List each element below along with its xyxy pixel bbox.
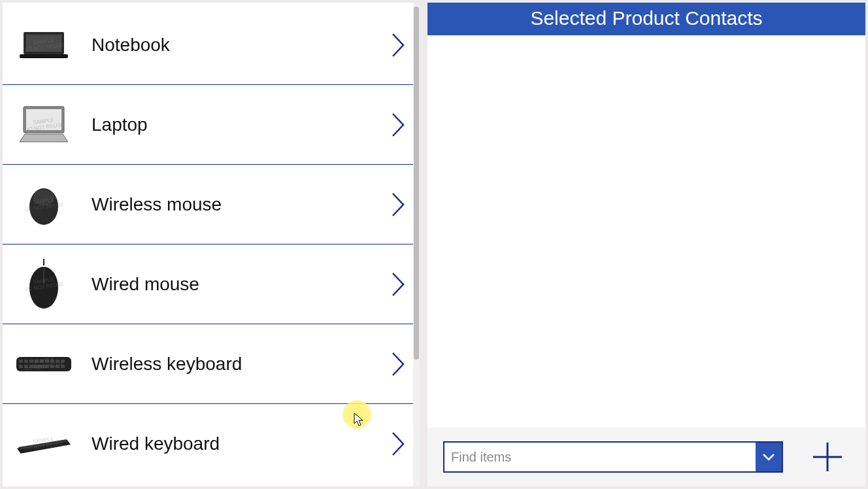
contacts-panel-title: Selected Product Contacts [427,3,865,35]
svg-rect-19 [61,360,65,363]
find-items-combo[interactable] [443,441,783,473]
svg-rect-20 [19,365,23,368]
svg-rect-12 [24,360,28,363]
product-title: Laptop [73,114,387,135]
chevron-right-icon [387,109,409,141]
product-item-wireless-mouse[interactable]: SAMPLEDO NOT REUSE Wireless mouse [3,165,420,244]
svg-marker-5 [20,134,68,142]
svg-rect-15 [40,360,44,363]
chevron-right-icon [387,428,409,460]
chevron-right-icon [387,29,409,61]
svg-rect-25 [61,365,65,368]
app-root: SAMPLEDO NOT REUSE Notebook SAMPLEDO NOT… [0,0,868,489]
chevron-right-icon [387,268,409,301]
svg-rect-2 [20,54,68,58]
plus-icon [810,440,844,474]
chevron-down-icon [761,451,776,463]
find-items-dropdown-button[interactable] [756,443,782,471]
svg-rect-11 [19,360,23,363]
product-item-laptop[interactable]: SAMPLEDO NOT REUSE Laptop [3,85,420,165]
product-image-laptop: SAMPLEDO NOT REUSE [14,95,73,154]
add-button[interactable] [809,439,846,475]
product-title: Wireless mouse [73,194,387,215]
svg-rect-14 [35,360,39,363]
product-title: Wireless keyboard [73,354,387,375]
svg-rect-23 [50,365,54,368]
svg-rect-18 [56,360,59,363]
product-list-panel: SAMPLEDO NOT REUSE Notebook SAMPLEDO NOT… [3,3,420,486]
product-title: Notebook [73,35,387,56]
product-list[interactable]: SAMPLEDO NOT REUSE Notebook SAMPLEDO NOT… [3,3,420,486]
svg-rect-13 [29,360,33,363]
product-image-wired-keyboard: SAMPLEDO NOT REUSE [14,414,73,473]
product-title: Wired mouse [73,274,387,295]
svg-rect-16 [45,360,49,363]
svg-rect-4 [26,109,61,130]
svg-point-7 [33,190,54,205]
product-image-notebook: SAMPLEDO NOT REUSE [14,16,73,75]
chevron-right-icon [387,348,409,380]
product-title: Wired keyboard [73,433,387,454]
svg-rect-21 [24,365,28,368]
svg-rect-22 [29,365,49,368]
product-image-wireless-mouse: SAMPLEDO NOT REUSE [14,175,73,234]
contacts-panel: Selected Product Contacts [427,3,865,486]
svg-rect-24 [56,365,59,368]
product-image-wired-mouse: SAMPLEDO NOT REUSE [14,255,73,314]
contacts-body [427,35,865,428]
product-item-wireless-keyboard[interactable]: SAMPLEDO NOT REUSE Wireless keyboard [3,324,420,404]
svg-rect-17 [50,360,54,363]
product-image-wireless-keyboard: SAMPLEDO NOT REUSE [14,335,73,394]
product-item-notebook[interactable]: SAMPLEDO NOT REUSE Notebook [3,5,420,85]
left-scrollthumb[interactable] [414,7,419,360]
contacts-footer [427,428,865,486]
svg-rect-1 [26,35,61,52]
chevron-right-icon [387,188,409,221]
product-item-wired-keyboard[interactable]: SAMPLEDO NOT REUSE Wired keyboard [3,404,420,484]
svg-rect-10 [16,357,71,371]
product-item-wired-mouse[interactable]: SAMPLEDO NOT REUSE Wired mouse [3,244,420,324]
find-items-input[interactable] [444,443,756,471]
left-scrollbar[interactable] [413,3,420,486]
